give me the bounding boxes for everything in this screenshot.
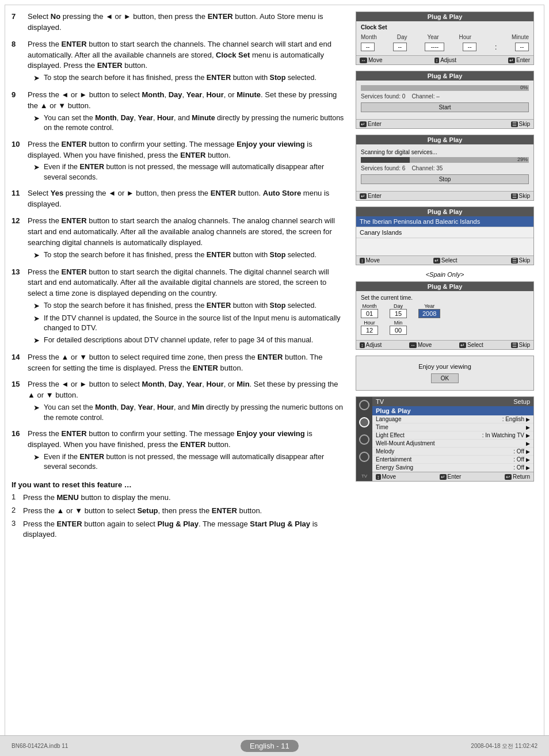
spain-panel-title: Plug & Play xyxy=(356,207,533,216)
progress-container-2: 29% xyxy=(361,157,529,163)
clock-header-row: Month Day Year Hour Minute xyxy=(361,33,529,41)
search-info-2: Services found: 6 Channel: 35 xyxy=(361,165,529,171)
clock-panel-body: Clock Set Month Day Year Hour Minute -- … xyxy=(356,21,533,55)
min-field[interactable]: 00 xyxy=(390,326,407,335)
spain-caption: <Spain Only> xyxy=(356,271,534,278)
progress-fill-2 xyxy=(361,157,410,163)
enjoy-panel: Enjoy your viewing OK xyxy=(356,356,534,391)
progress-bar-1 xyxy=(361,85,529,91)
step-12: 12 Press the ENTER button to start searc… xyxy=(12,216,345,261)
step-7: 7 Select No pressing the ◄ or ► button, … xyxy=(12,12,345,33)
tvsetup-container: TV TV Setup Plug & Play Language : Engli… xyxy=(356,396,534,482)
clock-panel-title: Plug & Play xyxy=(356,12,533,21)
timeset-panel-title: Plug & Play xyxy=(356,282,533,291)
tvsetup-panel: TV TV Setup Plug & Play Language : Engli… xyxy=(356,396,534,482)
tv-label: TV xyxy=(361,474,367,481)
ok-button[interactable]: OK xyxy=(431,373,459,383)
tvsetup-row-wall[interactable]: Well-Mount Adjustment ▶ xyxy=(372,440,533,448)
tvsetup-row-language[interactable]: Language : English▶ xyxy=(372,415,533,423)
step-13: 13 Press the ENTER button to start searc… xyxy=(12,267,345,346)
reset-step-3: 3 Press the ENTER button again to select… xyxy=(12,519,345,540)
clock-set-panel: Plug & Play Clock Set Month Day Year Hou… xyxy=(356,12,534,65)
enjoy-panel-body: Enjoy your viewing OK xyxy=(356,356,533,390)
tvsetup-row-entertainment[interactable]: Entertainment : Off▶ xyxy=(372,456,533,464)
hour-field[interactable]: 12 xyxy=(361,326,378,335)
timeset-time-row: Hour 12 Min 00 xyxy=(361,320,529,335)
tvsetup-row-light[interactable]: Light Effect : In Watching TV▶ xyxy=(372,432,533,440)
scanning-text: Scanning for digital services... xyxy=(361,149,529,155)
search-panel-2-footer: ↵ Enter ☰ Skip xyxy=(356,191,533,200)
search-panel-2-title: Plug & Play xyxy=(356,135,533,144)
spain-item-1[interactable]: The Iberian Peninsula and Balearic Islan… xyxy=(356,216,533,227)
search-info-1: Services found: 0 Channel: – xyxy=(361,93,529,100)
main-content: 7 Select No pressing the ◄ or ► button, … xyxy=(12,12,345,543)
clock-subtitle: Clock Set xyxy=(361,24,529,30)
file-info: BN68-01422A.indb 11 xyxy=(12,743,68,749)
timeset-subtitle: Set the current time. xyxy=(361,295,529,301)
tvsetup-footer: ↕ Move ↵ Enter ↩ Return xyxy=(372,472,533,481)
search-panel-1-title: Plug & Play xyxy=(356,71,533,81)
step-15: 15 Press the ◄ or ► button to select Mon… xyxy=(12,379,345,423)
month-field[interactable]: 01 xyxy=(361,309,378,318)
bottom-bar: BN68-01422A.indb 11 English - 11 2008-04… xyxy=(0,735,549,756)
clock-panel-footer: ↔ Move ↕ Adjust ↵ Enter xyxy=(356,55,533,64)
tvsetup-row-time[interactable]: Time ▶ xyxy=(372,423,533,432)
spain-item-2[interactable]: Canary Islands xyxy=(356,227,533,238)
search-panel-1: Plug & Play 0% Services found: 0 Channel… xyxy=(356,71,534,129)
date-info: 2008-04-18 오전 11:02:42 xyxy=(471,742,537,750)
tvsetup-row-energy[interactable]: Energy Saving : Off▶ xyxy=(372,464,533,472)
tv-icon-1 xyxy=(359,400,369,410)
progress-label-1: 0% xyxy=(520,85,528,90)
year-field[interactable]: 2008 xyxy=(418,309,440,318)
spain-panel-body: The Iberian Peninsula and Balearic Islan… xyxy=(356,216,533,255)
spain-panel-footer: ↕ Move ↵ Select ☰ Skip xyxy=(356,255,533,265)
timeset-labels: Month 01 Day 15 Year 2008 xyxy=(361,303,529,318)
step-8: 8 Press the ENTER button to start search… xyxy=(12,39,345,84)
tvsetup-menu-title: Plug & Play xyxy=(372,406,533,415)
reset-step-2: 2 Press the ▲ or ▼ button to select Setu… xyxy=(12,506,345,516)
tv-icon-4 xyxy=(359,452,369,462)
search-panel-2-body: Scanning for digital services... 29% Ser… xyxy=(356,144,533,191)
step-14: 14 Press the ▲ or ▼ button to select req… xyxy=(12,352,345,374)
tv-icon-2 xyxy=(359,417,369,427)
search-panel-2: Plug & Play Scanning for digital service… xyxy=(356,135,534,201)
tvsetup-header: TV Setup xyxy=(372,397,533,406)
step-10: 10 Press the ENTER button to confirm you… xyxy=(12,139,345,183)
enjoy-text: Enjoy your viewing xyxy=(363,363,527,370)
start-button[interactable]: Start xyxy=(361,102,529,112)
step-9: 9 Press the ◄ or ► button to select Mont… xyxy=(12,90,345,133)
search-panel-1-body: 0% Services found: 0 Channel: – Start xyxy=(356,81,533,119)
tv-icon-3 xyxy=(359,434,369,445)
reset-step-1: 1 Press the MENU button to display the m… xyxy=(12,492,345,503)
progress-container-1: 0% xyxy=(361,85,529,91)
reset-title: If you want to reset this feature … xyxy=(12,480,345,489)
tvsetup-right: TV Setup Plug & Play Language : English▶… xyxy=(372,397,533,481)
day-field[interactable]: 15 xyxy=(390,309,407,318)
page-number: English - 11 xyxy=(241,740,299,752)
tvsetup-row-melody[interactable]: Melody : Off▶ xyxy=(372,448,533,456)
timeset-panel-footer: ↕ Adjust ↔ Move ↵ Select ☰ Skip xyxy=(356,340,533,349)
search-panel-1-footer: ↵ Enter ☰ Skip xyxy=(356,119,533,128)
timeset-panel: Plug & Play Set the current time. Month … xyxy=(356,281,534,350)
step-16: 16 Press the ENTER button to confirm you… xyxy=(12,429,345,472)
tvsetup-left-strip: TV xyxy=(356,397,372,481)
timeset-panel-body: Set the current time. Month 01 Day 15 Ye… xyxy=(356,291,533,340)
right-panel: Plug & Play Clock Set Month Day Year Hou… xyxy=(356,12,534,487)
clock-value-row: -- -- ---- -- : -- xyxy=(361,41,529,52)
progress-bar-2 xyxy=(361,157,529,163)
stop-button[interactable]: Stop xyxy=(361,174,529,184)
step-11: 11 Select Yes pressing the ◄ or ► button… xyxy=(12,188,345,210)
spain-panel: Plug & Play The Iberian Peninsula and Ba… xyxy=(356,207,534,265)
progress-label-2: 29% xyxy=(517,156,528,162)
reset-section: If you want to reset this feature … 1 Pr… xyxy=(12,480,345,540)
